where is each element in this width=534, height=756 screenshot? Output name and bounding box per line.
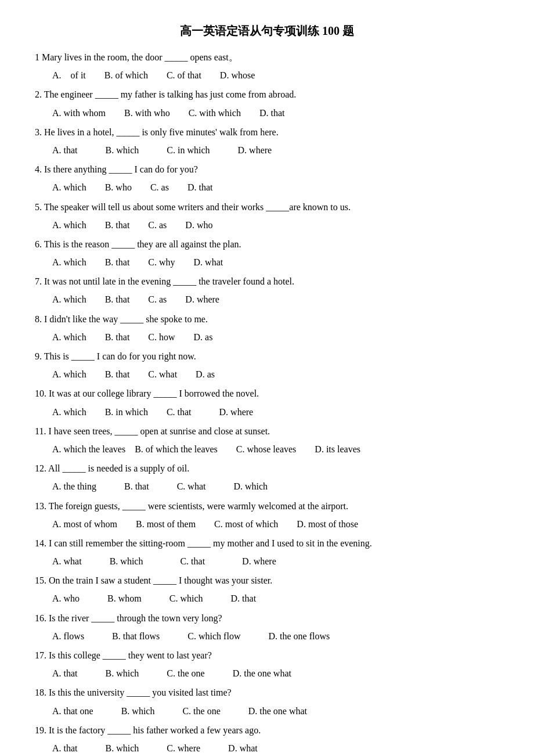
question-options-5: A. which B. that C. as D. who	[52, 217, 499, 233]
question-text-5: 5. The speaker will tell us about some w…	[35, 199, 499, 215]
question-options-8: A. which B. that C. how D. as	[52, 329, 499, 345]
question-options-13: A. most of whom B. most of them C. most …	[52, 516, 499, 532]
question-options-15: A. who B. whom C. which D. that	[52, 591, 499, 606]
question-15: 15. On the train I saw a student _____ I…	[35, 573, 499, 606]
question-6: 6. This is the reason _____ they are all…	[35, 236, 499, 270]
question-options-10: A. which B. in which C. that D. where	[52, 404, 499, 420]
question-4: 4. Is there anything _____ I can do for …	[35, 161, 499, 195]
question-text-17: 17. Is this college _____ they went to l…	[35, 647, 499, 663]
question-1: 1 Mary lives in the room, the door _____…	[35, 49, 499, 83]
question-options-4: A. which B. who C. as D. that	[52, 179, 499, 195]
question-options-16: A. flows B. that flows C. which flow D. …	[52, 628, 499, 644]
question-5: 5. The speaker will tell us about some w…	[35, 199, 499, 233]
question-text-16: 16. Is the river _____ through the town …	[35, 610, 499, 626]
question-13: 13. The foreign guests, _____ were scien…	[35, 498, 499, 532]
question-8: 8. I didn't like the way _____ she spoke…	[35, 311, 499, 345]
question-options-6: A. which B. that C. why D. what	[52, 254, 499, 270]
question-text-18: 18. Is this the university _____ you vis…	[35, 685, 499, 700]
question-options-12: A. the thing B. that C. what D. which	[52, 478, 499, 494]
question-text-13: 13. The foreign guests, _____ were scien…	[35, 498, 499, 514]
question-text-10: 10. It was at our college library _____ …	[35, 386, 499, 401]
question-16: 16. Is the river _____ through the town …	[35, 610, 499, 644]
question-17: 17. Is this college _____ they went to l…	[35, 647, 499, 681]
question-19: 19. It is the factory _____ his father w…	[35, 722, 499, 756]
question-options-17: A. that B. which C. the one D. the one w…	[52, 665, 499, 681]
question-options-3: A. that B. which C. in which D. where	[52, 142, 499, 158]
question-options-11: A. which the leaves B. of which the leav…	[52, 441, 499, 457]
question-text-14: 14. I can still remember the sitting-roo…	[35, 535, 499, 551]
question-text-15: 15. On the train I saw a student _____ I…	[35, 573, 499, 588]
question-9: 9. This is _____ I can do for you right …	[35, 348, 499, 382]
question-text-7: 7. It was not until late in the evening …	[35, 273, 499, 289]
question-options-18: A. that one B. which C. the one D. the o…	[52, 703, 499, 719]
question-text-6: 6. This is the reason _____ they are all…	[35, 236, 499, 252]
question-10: 10. It was at our college library _____ …	[35, 386, 499, 419]
question-14: 14. I can still remember the sitting-roo…	[35, 535, 499, 569]
question-options-14: A. what B. which C. that D. where	[52, 553, 499, 569]
question-text-1: 1 Mary lives in the room, the door _____…	[35, 49, 499, 65]
question-7: 7. It was not until late in the evening …	[35, 273, 499, 307]
question-text-11: 11. I have seen trees, _____ open at sun…	[35, 423, 499, 439]
question-text-3: 3. He lives in a hotel, _____ is only fi…	[35, 124, 499, 140]
question-text-9: 9. This is _____ I can do for you right …	[35, 348, 499, 364]
question-options-9: A. which B. that C. what D. as	[52, 366, 499, 382]
question-3: 3. He lives in a hotel, _____ is only fi…	[35, 124, 499, 158]
question-11: 11. I have seen trees, _____ open at sun…	[35, 423, 499, 457]
question-options-2: A. with whom B. with who C. with which D…	[52, 105, 499, 121]
question-options-19: A. that B. which C. where D. what	[52, 740, 499, 756]
question-text-2: 2. The engineer _____ my father is talki…	[35, 87, 499, 102]
question-2: 2. The engineer _____ my father is talki…	[35, 87, 499, 120]
question-text-19: 19. It is the factory _____ his father w…	[35, 722, 499, 738]
question-12: 12. All _____ is needed is a supply of o…	[35, 460, 499, 494]
question-text-8: 8. I didn't like the way _____ she spoke…	[35, 311, 499, 327]
question-options-7: A. which B. that C. as D. where	[52, 291, 499, 307]
question-text-12: 12. All _____ is needed is a supply of o…	[35, 460, 499, 476]
question-text-4: 4. Is there anything _____ I can do for …	[35, 161, 499, 177]
question-18: 18. Is this the university _____ you vis…	[35, 685, 499, 718]
question-options-1: A. of it B. of which C. of that D. whose	[52, 67, 499, 83]
page-title: 高一英语定语从句专项训练 100 题	[35, 23, 499, 39]
